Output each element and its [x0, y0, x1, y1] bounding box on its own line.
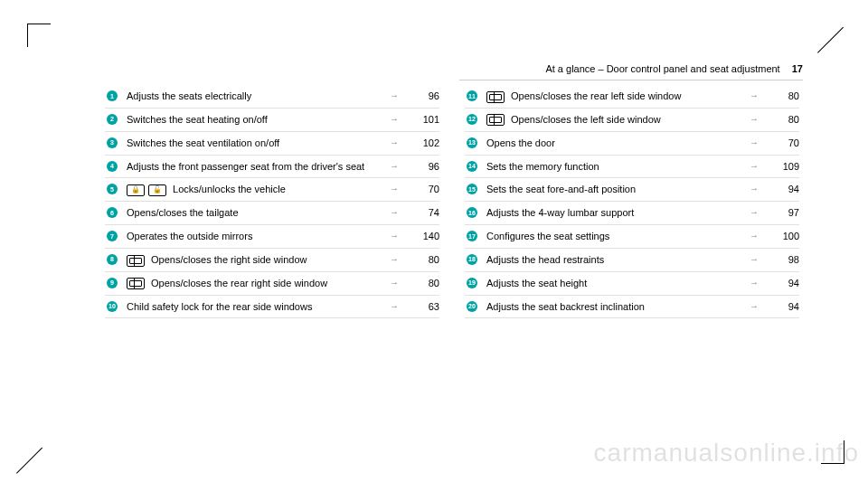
item-label: Adjusts the front passenger seat from th…	[127, 161, 364, 172]
item-label: Adjusts the seat backrest inclination	[486, 301, 645, 312]
page-ref: 80	[763, 113, 799, 127]
page-ref: 100	[763, 230, 799, 243]
manual-page: At a glance – Door control panel and sea…	[0, 0, 868, 482]
page-ref: 101	[403, 113, 439, 127]
callout-marker: 3	[105, 137, 119, 148]
arrow-icon: →	[385, 253, 403, 266]
arrow-icon: →	[745, 206, 763, 219]
crop-mark-bl	[16, 437, 52, 473]
item-text: Switches the seat ventilation on/off	[127, 137, 385, 150]
page-ref: 140	[403, 230, 439, 243]
callout-number: 10	[107, 301, 118, 312]
arrow-icon: →	[745, 90, 763, 102]
item-label: Opens/closes the rear right side window	[148, 278, 327, 288]
item-label: Locks/unlocks the vehicle	[170, 184, 286, 194]
callout-marker: 1	[105, 90, 119, 101]
page-ref: 94	[763, 277, 799, 290]
list-item: 17Configures the seat settings→100	[465, 225, 799, 249]
arrow-icon: →	[385, 230, 403, 242]
page-ref: 102	[403, 137, 439, 150]
list-item: 19Adjusts the seat height→94	[465, 272, 799, 296]
item-label: Sets the memory function	[486, 161, 599, 172]
crop-mark-tl	[27, 24, 51, 47]
page-ref: 63	[403, 300, 439, 314]
item-label: Adjusts the seat height	[486, 278, 587, 288]
callout-marker: 12	[465, 114, 479, 125]
arrow-icon: →	[745, 137, 763, 149]
callout-number: 1	[107, 90, 118, 101]
window-icon	[486, 114, 505, 126]
item-text: Adjusts the 4-way lumbar support	[486, 206, 745, 220]
arrow-icon: →	[745, 277, 763, 289]
header-rule	[459, 80, 803, 80]
item-label: Child safety lock for the rear side wind…	[127, 301, 312, 312]
callout-number: 18	[467, 254, 477, 265]
page-ref: 109	[763, 160, 799, 174]
callout-marker: 4	[105, 161, 119, 172]
item-text: Opens/closes the left side window	[486, 113, 745, 127]
item-label: Opens/closes the rear left side window	[508, 90, 681, 101]
item-text: Adjusts the front passenger seat from th…	[127, 160, 385, 174]
list-item: 16Adjusts the 4-way lumbar support→97	[465, 202, 799, 225]
list-item: 4Adjusts the front passenger seat from t…	[105, 156, 439, 179]
arrow-icon: →	[385, 206, 403, 219]
column-left: 1Adjusts the seats electrically→962Switc…	[105, 85, 439, 318]
window-icon	[127, 255, 145, 267]
arrow-icon: →	[385, 277, 403, 289]
callout-marker: 14	[465, 161, 479, 172]
item-label: Adjusts the 4-way lumbar support	[486, 207, 634, 218]
callout-number: 19	[467, 278, 477, 288]
item-label: Configures the seat settings	[486, 231, 609, 241]
page-ref: 80	[403, 277, 439, 290]
list-item: 13Opens the door→70	[465, 132, 799, 156]
page-ref: 97	[763, 206, 799, 220]
callout-number: 12	[467, 114, 477, 125]
arrow-icon: →	[745, 300, 763, 313]
callout-marker: 13	[465, 137, 479, 148]
window-icon	[486, 91, 505, 103]
list-item: 6Opens/closes the tailgate→74	[105, 202, 439, 225]
list-item: 3Switches the seat ventilation on/off→10…	[105, 132, 439, 156]
callout-number: 17	[467, 231, 477, 241]
callout-marker: 5	[105, 184, 119, 194]
callout-marker: 20	[465, 301, 479, 312]
arrow-icon: →	[745, 253, 763, 266]
item-text: Configures the seat settings	[486, 230, 745, 243]
page-ref: 96	[403, 160, 439, 174]
arrow-icon: →	[385, 300, 403, 313]
item-text: Adjusts the seat backrest inclination	[486, 300, 745, 314]
item-text: Opens/closes the rear right side window	[127, 277, 385, 290]
callout-marker: 10	[105, 301, 119, 312]
page-ref: 94	[763, 183, 799, 196]
page-ref: 94	[763, 300, 799, 314]
item-text: Opens/closes the tailgate	[127, 206, 385, 220]
page-ref: 70	[763, 137, 799, 150]
arrow-icon: →	[745, 183, 763, 195]
callout-marker: 7	[105, 231, 119, 241]
page-ref: 80	[763, 90, 799, 103]
window-icon	[127, 278, 145, 289]
callout-number: 2	[107, 114, 118, 125]
item-text: Child safety lock for the rear side wind…	[127, 300, 385, 314]
callout-marker: 19	[465, 278, 479, 288]
content-columns: 1Adjusts the seats electrically→962Switc…	[105, 85, 799, 318]
list-item: 15Sets the seat fore-and-aft position→94	[465, 178, 799, 202]
list-item: 20Adjusts the seat backrest inclination→…	[465, 296, 799, 319]
callout-marker: 11	[465, 90, 479, 101]
item-label: Opens the door	[486, 137, 555, 148]
callout-number: 3	[107, 137, 118, 148]
item-label: Adjusts the seats electrically	[127, 90, 251, 101]
item-text: Switches the seat heating on/off	[127, 113, 385, 127]
watermark: carmanualsonline.info	[594, 439, 859, 468]
list-item: 14Sets the memory function→109	[465, 156, 799, 179]
callout-number: 4	[107, 161, 118, 172]
item-text: Operates the outside mirrors	[127, 230, 385, 243]
item-label: Adjusts the head restraints	[486, 254, 604, 265]
callout-marker: 17	[465, 231, 479, 241]
callout-number: 7	[107, 231, 118, 241]
callout-marker: 16	[465, 207, 479, 218]
item-label: Switches the seat heating on/off	[127, 114, 268, 125]
item-text: Sets the seat fore-and-aft position	[486, 183, 745, 196]
callout-marker: 8	[105, 254, 119, 265]
item-text: Sets the memory function	[486, 160, 745, 174]
